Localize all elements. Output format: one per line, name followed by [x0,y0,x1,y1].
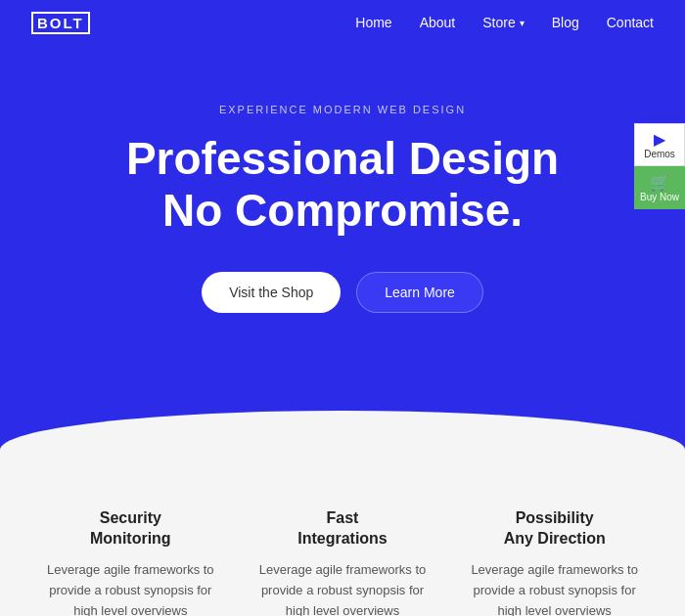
hero-divider [0,411,685,450]
feature-title-possibility: PossibilityAny Direction [463,508,646,550]
nav-store[interactable]: Store [482,15,515,30]
features-grid: SecurityMonitoring Leverage agile framew… [39,508,646,616]
buy-now-button[interactable]: 🛒 Buy Now [634,166,685,209]
hero-buttons: Visit the Shop Learn More [39,272,646,313]
buy-label: Buy Now [640,192,679,202]
nav-links: Home About Store ▾ Blog Contact [355,14,654,31]
nav-home[interactable]: Home [355,15,391,30]
cart-icon: 🛒 [650,173,669,192]
floating-buttons: ▶ Demos 🛒 Buy Now [634,123,685,209]
chevron-down-icon: ▾ [520,18,525,28]
logo: BOLT [31,12,90,34]
feature-desc-integrations: Leverage agile frameworks to provide a r… [251,560,434,616]
demos-label: Demos [644,149,675,159]
hero-title: Professional Design No Compromise. [39,133,646,237]
hero-title-line1: Professional Design [126,133,559,184]
nav-about[interactable]: About [420,15,456,30]
navbar: BOLT Home About Store ▾ Blog Contact [0,0,685,45]
feature-desc-possibility: Leverage agile frameworks to provide a r… [463,560,646,616]
nav-blog[interactable]: Blog [552,15,579,30]
feature-desc-security: Leverage agile frameworks to provide a r… [39,560,222,616]
feature-card-integrations: FastIntegrations Leverage agile framewor… [251,508,434,616]
demos-button[interactable]: ▶ Demos [634,123,685,166]
feature-card-security: SecurityMonitoring Leverage agile framew… [39,508,222,616]
demos-icon: ▶ [654,130,665,149]
feature-title-integrations: FastIntegrations [251,508,434,550]
hero-eyebrow: EXPERIENCE MODERN WEB DESIGN [39,104,646,115]
nav-contact[interactable]: Contact [607,15,654,30]
features-section: SecurityMonitoring Leverage agile framew… [0,450,685,616]
feature-card-possibility: PossibilityAny Direction Leverage agile … [463,508,646,616]
hero-section: EXPERIENCE MODERN WEB DESIGN Professiona… [0,45,685,411]
learn-more-button[interactable]: Learn More [356,272,483,313]
visit-shop-button[interactable]: Visit the Shop [202,272,341,313]
feature-title-security: SecurityMonitoring [39,508,222,550]
hero-title-line2: No Compromise. [162,185,523,236]
